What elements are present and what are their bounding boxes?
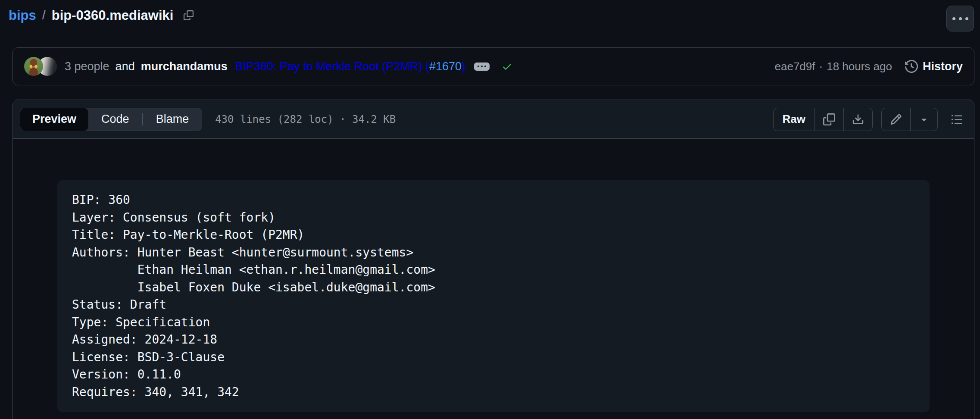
and-text: and <box>115 60 135 73</box>
pencil-icon <box>890 113 902 125</box>
ellipsis-icon <box>478 66 479 67</box>
history-clock-icon <box>905 60 918 73</box>
code-line: Type: Specification <box>72 314 915 331</box>
list-unordered-icon <box>951 113 963 125</box>
contributor-avatars[interactable] <box>24 57 57 76</box>
view-mode-tabs: Preview Code Blame <box>20 108 202 131</box>
contributors-button[interactable]: 3 people <box>65 60 109 73</box>
code-line: Authors: Hunter Beast <hunter@surmount.s… <box>72 244 915 262</box>
code-line: Requires: 340, 341, 342 <box>72 384 915 401</box>
edit-button-group <box>881 108 938 131</box>
tab-blame[interactable]: Blame <box>143 108 202 131</box>
code-line: Ethan Heilman <ethan.r.heilman@gmail.com… <box>72 261 915 279</box>
code-line: Isabel Foxen Duke <isabel.duke@gmail.com… <box>72 279 915 297</box>
github-file-page: bips / bip-0360.mediawiki 3 people and m… <box>0 0 980 419</box>
outline-toggle-button[interactable] <box>951 113 963 125</box>
code-line: BIP: 360 <box>72 191 915 209</box>
file-info: 430 lines (282 loc) · 34.2 KB <box>215 113 396 125</box>
code-line: Layer: Consensus (soft fork) <box>72 209 915 227</box>
raw-copy-download-group: Raw <box>773 108 873 131</box>
file-toolbar: Preview Code Blame 430 lines (282 loc) ·… <box>13 100 974 139</box>
history-button[interactable]: History <box>905 60 963 73</box>
code-line: License: BSD-3-Clause <box>72 349 915 366</box>
code-line: Title: Pay-to-Merkle-Root (P2MR) <box>72 226 915 244</box>
code-line: Version: 0.11.0 <box>72 366 915 384</box>
tab-code[interactable]: Code <box>88 108 142 131</box>
commit-status-check[interactable] <box>502 61 512 72</box>
more-options-button[interactable] <box>946 6 974 31</box>
copy-icon <box>184 10 194 20</box>
check-icon <box>502 61 512 72</box>
breadcrumb-filename: bip-0360.mediawiki <box>52 8 174 23</box>
commit-author-link[interactable]: murchandamus <box>141 60 228 73</box>
copy-icon <box>823 113 835 125</box>
raw-button[interactable]: Raw <box>774 108 815 131</box>
download-icon <box>852 113 864 125</box>
dot-separator: · <box>819 60 823 73</box>
commit-description-toggle[interactable] <box>474 63 490 71</box>
avatar[interactable] <box>24 57 43 76</box>
edit-dropdown-button[interactable] <box>910 108 937 131</box>
file-viewer: Preview Code Blame 430 lines (282 loc) ·… <box>12 100 974 419</box>
kebab-horizontal-icon <box>952 17 955 20</box>
triangle-down-icon <box>919 114 929 125</box>
latest-commit-bar: 3 people and murchandamus BIP360: Pay to… <box>12 47 974 85</box>
commit-message: BIP360: Pay to Merkle Root (P2MR) (#1670… <box>235 60 465 73</box>
breadcrumb: bips / bip-0360.mediawiki <box>0 0 980 25</box>
copy-raw-button[interactable] <box>815 108 843 131</box>
breadcrumb-repo-link[interactable]: bips <box>9 8 36 23</box>
commit-time: 18 hours ago <box>827 60 892 73</box>
tab-preview[interactable]: Preview <box>20 108 88 131</box>
commit-message-link[interactable]: BIP360: Pay to Merkle Root (P2MR) ( <box>235 60 429 73</box>
history-label: History <box>923 60 963 73</box>
code-line: Status: Draft <box>72 296 915 314</box>
bip-preamble-block: BIP: 360 Layer: Consensus (soft fork) Ti… <box>57 180 930 412</box>
edit-button[interactable] <box>882 108 910 131</box>
commit-message-close[interactable]: ) <box>462 60 465 73</box>
commit-sha: eae7d9f <box>775 60 815 73</box>
pull-request-link[interactable]: #1670 <box>429 60 462 73</box>
copy-path-button[interactable] <box>184 10 194 20</box>
code-line: Assigned: 2024-12-18 <box>72 331 915 349</box>
file-preview: BIP: 360 Layer: Consensus (soft fork) Ti… <box>13 139 974 412</box>
download-button[interactable] <box>843 108 872 131</box>
commit-sha-time: eae7d9f · 18 hours ago <box>775 60 892 73</box>
breadcrumb-separator: / <box>41 8 47 22</box>
